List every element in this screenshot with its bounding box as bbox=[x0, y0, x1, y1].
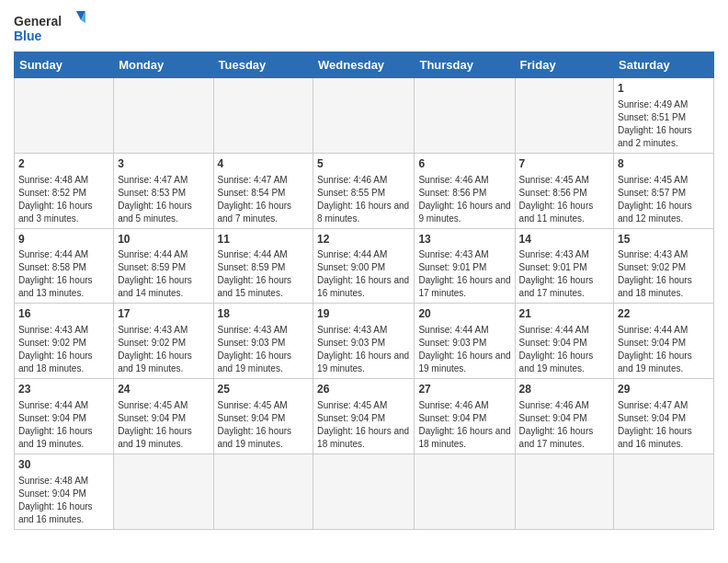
day-info: Sunrise: 4:44 AM Sunset: 9:03 PM Dayligh… bbox=[418, 324, 510, 375]
day-number: 22 bbox=[618, 306, 710, 322]
calendar-cell: 11Sunrise: 4:44 AM Sunset: 8:59 PM Dayli… bbox=[213, 228, 313, 304]
svg-text:Blue: Blue bbox=[14, 29, 42, 43]
day-info: Sunrise: 4:46 AM Sunset: 8:56 PM Dayligh… bbox=[418, 174, 510, 225]
calendar-week-4: 23Sunrise: 4:44 AM Sunset: 9:04 PM Dayli… bbox=[15, 379, 714, 454]
day-number: 29 bbox=[618, 382, 710, 397]
calendar-cell: 1Sunrise: 4:49 AM Sunset: 8:51 PM Daylig… bbox=[614, 78, 714, 154]
calendar-header-row: SundayMondayTuesdayWednesdayThursdayFrid… bbox=[15, 52, 714, 78]
day-info: Sunrise: 4:45 AM Sunset: 9:04 PM Dayligh… bbox=[118, 399, 209, 451]
svg-text:General: General bbox=[14, 14, 62, 29]
calendar-cell: 18Sunrise: 4:43 AM Sunset: 9:03 PM Dayli… bbox=[213, 304, 313, 379]
day-number: 30 bbox=[18, 457, 109, 473]
calendar-week-5: 30Sunrise: 4:48 AM Sunset: 9:04 PM Dayli… bbox=[15, 454, 714, 529]
day-number: 25 bbox=[218, 382, 310, 397]
logo-svg: General Blue bbox=[14, 9, 87, 46]
day-number: 5 bbox=[317, 156, 410, 172]
day-header-sunday: Sunday bbox=[15, 52, 114, 78]
day-info: Sunrise: 4:45 AM Sunset: 9:04 PM Dayligh… bbox=[317, 399, 410, 451]
calendar-cell: 2Sunrise: 4:48 AM Sunset: 8:52 PM Daylig… bbox=[15, 153, 114, 228]
day-info: Sunrise: 4:45 AM Sunset: 8:56 PM Dayligh… bbox=[519, 174, 609, 225]
day-info: Sunrise: 4:46 AM Sunset: 9:04 PM Dayligh… bbox=[418, 399, 510, 451]
calendar-cell: 9Sunrise: 4:44 AM Sunset: 8:58 PM Daylig… bbox=[15, 228, 114, 304]
day-info: Sunrise: 4:43 AM Sunset: 9:01 PM Dayligh… bbox=[519, 248, 609, 300]
calendar-cell bbox=[515, 454, 613, 529]
day-info: Sunrise: 4:44 AM Sunset: 8:58 PM Dayligh… bbox=[18, 248, 109, 300]
day-number: 11 bbox=[218, 232, 310, 247]
calendar-cell: 20Sunrise: 4:44 AM Sunset: 9:03 PM Dayli… bbox=[415, 304, 515, 379]
day-info: Sunrise: 4:48 AM Sunset: 8:52 PM Dayligh… bbox=[18, 174, 109, 225]
day-info: Sunrise: 4:47 AM Sunset: 8:54 PM Dayligh… bbox=[218, 174, 310, 225]
day-number: 1 bbox=[618, 81, 710, 97]
day-number: 19 bbox=[317, 306, 410, 322]
day-number: 17 bbox=[118, 306, 209, 322]
calendar-cell bbox=[313, 78, 415, 154]
day-header-thursday: Thursday bbox=[415, 52, 515, 78]
day-info: Sunrise: 4:44 AM Sunset: 9:04 PM Dayligh… bbox=[618, 324, 710, 375]
day-number: 13 bbox=[418, 232, 510, 247]
calendar-cell: 5Sunrise: 4:46 AM Sunset: 8:55 PM Daylig… bbox=[313, 153, 415, 228]
day-info: Sunrise: 4:47 AM Sunset: 9:04 PM Dayligh… bbox=[618, 399, 710, 451]
day-number: 6 bbox=[418, 156, 510, 172]
day-header-monday: Monday bbox=[114, 52, 213, 78]
calendar-cell bbox=[313, 454, 415, 529]
day-info: Sunrise: 4:45 AM Sunset: 9:04 PM Dayligh… bbox=[218, 399, 310, 451]
day-number: 8 bbox=[618, 156, 710, 172]
calendar-cell: 8Sunrise: 4:45 AM Sunset: 8:57 PM Daylig… bbox=[614, 153, 714, 228]
calendar-cell: 28Sunrise: 4:46 AM Sunset: 9:04 PM Dayli… bbox=[515, 379, 613, 454]
calendar-cell: 26Sunrise: 4:45 AM Sunset: 9:04 PM Dayli… bbox=[313, 379, 415, 454]
calendar-cell: 29Sunrise: 4:47 AM Sunset: 9:04 PM Dayli… bbox=[614, 379, 714, 454]
calendar-week-1: 2Sunrise: 4:48 AM Sunset: 8:52 PM Daylig… bbox=[15, 153, 714, 228]
calendar-cell: 4Sunrise: 4:47 AM Sunset: 8:54 PM Daylig… bbox=[213, 153, 313, 228]
calendar-cell: 21Sunrise: 4:44 AM Sunset: 9:04 PM Dayli… bbox=[515, 304, 613, 379]
day-number: 4 bbox=[218, 156, 310, 172]
calendar-cell: 6Sunrise: 4:46 AM Sunset: 8:56 PM Daylig… bbox=[415, 153, 515, 228]
calendar-cell: 30Sunrise: 4:48 AM Sunset: 9:04 PM Dayli… bbox=[15, 454, 114, 529]
calendar-cell bbox=[15, 78, 114, 154]
day-info: Sunrise: 4:44 AM Sunset: 9:04 PM Dayligh… bbox=[18, 399, 109, 451]
day-number: 20 bbox=[418, 306, 510, 322]
day-number: 21 bbox=[519, 306, 609, 322]
day-number: 3 bbox=[118, 156, 209, 172]
calendar-cell: 14Sunrise: 4:43 AM Sunset: 9:01 PM Dayli… bbox=[515, 228, 613, 304]
day-number: 27 bbox=[418, 382, 510, 397]
calendar-cell: 13Sunrise: 4:43 AM Sunset: 9:01 PM Dayli… bbox=[415, 228, 515, 304]
day-number: 24 bbox=[118, 382, 209, 397]
day-number: 26 bbox=[317, 382, 410, 397]
day-header-tuesday: Tuesday bbox=[213, 52, 313, 78]
day-info: Sunrise: 4:43 AM Sunset: 9:02 PM Dayligh… bbox=[118, 324, 209, 375]
calendar-cell: 27Sunrise: 4:46 AM Sunset: 9:04 PM Dayli… bbox=[415, 379, 515, 454]
calendar-cell: 16Sunrise: 4:43 AM Sunset: 9:02 PM Dayli… bbox=[15, 304, 114, 379]
day-header-friday: Friday bbox=[515, 52, 613, 78]
day-number: 14 bbox=[519, 232, 609, 247]
calendar-cell: 22Sunrise: 4:44 AM Sunset: 9:04 PM Dayli… bbox=[614, 304, 714, 379]
day-info: Sunrise: 4:43 AM Sunset: 9:03 PM Dayligh… bbox=[317, 324, 410, 375]
day-info: Sunrise: 4:43 AM Sunset: 9:02 PM Dayligh… bbox=[618, 248, 710, 300]
day-info: Sunrise: 4:45 AM Sunset: 8:57 PM Dayligh… bbox=[618, 174, 710, 225]
calendar-week-2: 9Sunrise: 4:44 AM Sunset: 8:58 PM Daylig… bbox=[15, 228, 714, 304]
calendar-cell: 7Sunrise: 4:45 AM Sunset: 8:56 PM Daylig… bbox=[515, 153, 613, 228]
day-info: Sunrise: 4:49 AM Sunset: 8:51 PM Dayligh… bbox=[618, 98, 710, 150]
day-info: Sunrise: 4:43 AM Sunset: 9:03 PM Dayligh… bbox=[218, 324, 310, 375]
day-number: 2 bbox=[18, 156, 109, 172]
calendar-cell bbox=[415, 454, 515, 529]
day-info: Sunrise: 4:47 AM Sunset: 8:53 PM Dayligh… bbox=[118, 174, 209, 225]
header: General Blue bbox=[14, 9, 714, 46]
calendar-cell: 3Sunrise: 4:47 AM Sunset: 8:53 PM Daylig… bbox=[114, 153, 213, 228]
day-number: 9 bbox=[18, 232, 109, 247]
calendar-week-3: 16Sunrise: 4:43 AM Sunset: 9:02 PM Dayli… bbox=[15, 304, 714, 379]
day-number: 15 bbox=[618, 232, 710, 247]
day-number: 12 bbox=[317, 232, 410, 247]
calendar-cell bbox=[415, 78, 515, 154]
calendar-cell bbox=[114, 78, 213, 154]
calendar-table: SundayMondayTuesdayWednesdayThursdayFrid… bbox=[14, 52, 714, 530]
calendar-cell bbox=[515, 78, 613, 154]
day-info: Sunrise: 4:43 AM Sunset: 9:02 PM Dayligh… bbox=[18, 324, 109, 375]
calendar-cell bbox=[213, 78, 313, 154]
day-number: 7 bbox=[519, 156, 609, 172]
calendar-cell: 19Sunrise: 4:43 AM Sunset: 9:03 PM Dayli… bbox=[313, 304, 415, 379]
day-number: 18 bbox=[218, 306, 310, 322]
calendar-cell bbox=[614, 454, 714, 529]
day-info: Sunrise: 4:46 AM Sunset: 8:55 PM Dayligh… bbox=[317, 174, 410, 225]
calendar-cell: 17Sunrise: 4:43 AM Sunset: 9:02 PM Dayli… bbox=[114, 304, 213, 379]
calendar-cell: 23Sunrise: 4:44 AM Sunset: 9:04 PM Dayli… bbox=[15, 379, 114, 454]
